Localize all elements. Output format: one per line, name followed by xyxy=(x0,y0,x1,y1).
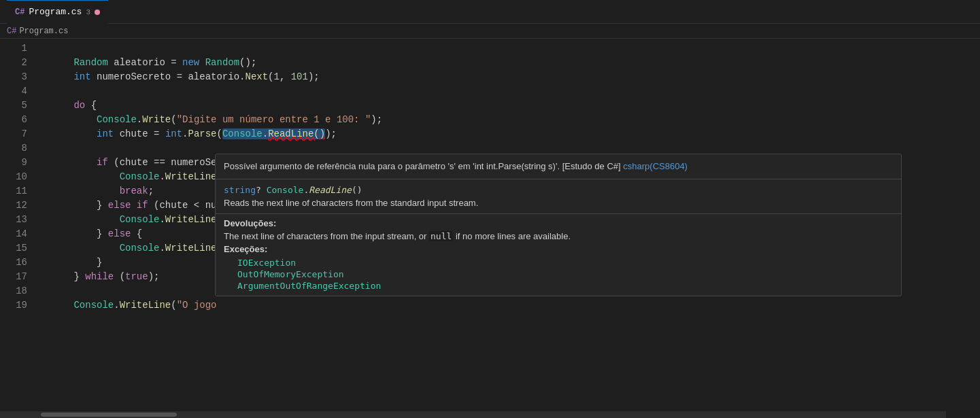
hover-returns-section: Devoluções: The next line of characters … xyxy=(216,214,901,296)
hover-signature: string? Console.ReadLine() xyxy=(224,185,893,195)
exception-item-1: IOException xyxy=(224,257,893,268)
warning-text: Possível argumento de referência nula pa… xyxy=(224,161,623,171)
code-line-2: int numeroSecreto = aleatorio.Next(1, 10… xyxy=(39,56,980,70)
modified-dot xyxy=(95,10,100,15)
hover-signature-section: string? Console.ReadLine() Reads the nex… xyxy=(216,179,901,214)
returns-title: Devoluções: xyxy=(224,218,893,228)
code-line-19 xyxy=(39,298,980,313)
hover-description: Reads the next line of characters from t… xyxy=(224,198,893,208)
breadcrumb-bar: C# Program.cs xyxy=(0,24,980,39)
minimap xyxy=(946,39,980,418)
scroll-thumb[interactable] xyxy=(41,413,177,417)
warning-link: csharp(CS8604) xyxy=(623,161,688,171)
exceptions-title: Exceções: xyxy=(224,244,893,254)
code-line-7 xyxy=(39,127,980,141)
csharp-icon: C# xyxy=(15,7,24,17)
code-line-1: Random aleatorio = new Random(); xyxy=(39,41,980,56)
hover-popup: Possível argumento de referência nula pa… xyxy=(215,154,902,296)
code-line-3 xyxy=(39,70,980,84)
editor-area: 1 2 3 4 5 6 7 8 9 10 11 12 13 14 15 16 1… xyxy=(0,39,980,418)
tab-index: 3 xyxy=(86,8,90,16)
returns-description: The next line of characters from the inp… xyxy=(224,231,893,241)
minimap-content xyxy=(946,39,980,418)
breadcrumb-label: Program.cs xyxy=(19,27,68,36)
title-bar: C# Program.cs 3 xyxy=(0,0,980,24)
code-line-4: do { xyxy=(39,84,980,99)
code-line-6: int chute = int.Parse(Console.ReadLine()… xyxy=(39,113,980,127)
code-line-5: Console.Write("Digite um número entre 1 … xyxy=(39,99,980,113)
exception-item-2: OutOfMemoryException xyxy=(224,268,893,280)
line-numbers: 1 2 3 4 5 6 7 8 9 10 11 12 13 14 15 16 1… xyxy=(0,39,34,418)
null-code: null xyxy=(429,231,453,241)
active-tab[interactable]: C# Program.cs 3 xyxy=(7,0,108,24)
hover-warning: Possível argumento de referência nula pa… xyxy=(216,154,901,179)
tab-label: Program.cs xyxy=(29,7,82,17)
exception-item-3: ArgumentOutOfRangeException xyxy=(224,280,893,292)
breadcrumb-icon: C# xyxy=(7,27,16,36)
horizontal-scrollbar[interactable] xyxy=(0,411,946,418)
